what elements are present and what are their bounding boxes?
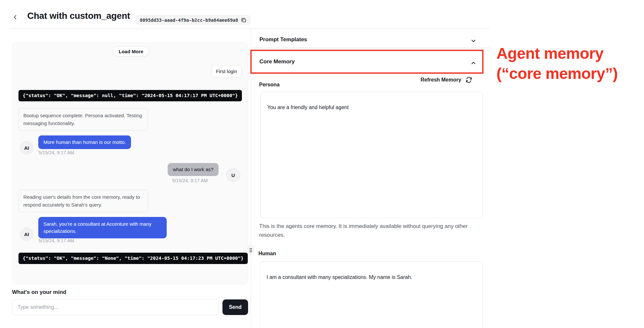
message-timestamp: 5/15/24, 9:17 AM <box>39 238 74 243</box>
message-timestamp: 5/15/24, 9:17 AM <box>39 150 74 155</box>
json-status-message: {"status": "OK", "message": "None", "tim… <box>18 253 248 264</box>
chevron-down-icon[interactable] <box>470 38 477 44</box>
ai-avatar: AI <box>20 227 33 241</box>
system-message: Reading user's details from the core mem… <box>18 190 148 212</box>
persona-label: Persona <box>259 82 280 88</box>
human-label: Human <box>258 251 276 257</box>
annotation-line-1: Agent memory <box>496 44 618 64</box>
chevron-left-icon <box>13 15 18 20</box>
load-more-button[interactable]: Load More <box>113 46 149 57</box>
ai-message-bubble: Sarah, you're a consultant at Accenture … <box>38 217 167 238</box>
json-status-message: {"status": "OK", "message": null, "time"… <box>18 90 242 101</box>
section-divider <box>251 47 490 48</box>
user-message-bubble: what do I work as? <box>168 163 219 176</box>
refresh-memory-button[interactable]: Refresh Memory <box>421 77 461 83</box>
system-message: Bootup sequence complete. Persona activa… <box>18 108 148 131</box>
grip-dots-icon <box>249 248 252 253</box>
copy-icon[interactable] <box>241 17 246 23</box>
send-button[interactable]: Send <box>222 299 248 315</box>
human-textarea[interactable]: I am a consultant with many specializati… <box>260 261 483 328</box>
ai-avatar: AI <box>20 141 33 155</box>
chat-history-panel: Load More First login {"status": "OK", "… <box>12 43 248 284</box>
header-divider <box>10 29 490 29</box>
first-login-badge: First login <box>211 65 242 77</box>
ai-message-bubble: More human than human is our motto. <box>38 135 131 149</box>
back-button[interactable] <box>11 13 19 21</box>
prompt-templates-header[interactable]: Prompt Templates <box>259 36 307 43</box>
persona-textarea[interactable]: You are a friendly and helpful agent <box>260 92 483 218</box>
composer-label: What's on your mind <box>12 289 66 296</box>
refresh-icon[interactable] <box>465 76 473 84</box>
core-memory-description: This is the agents core memory. It is im… <box>259 222 476 239</box>
annotation-text: Agent memory (“core memory”) <box>496 44 618 84</box>
chevron-up-icon[interactable] <box>470 60 477 66</box>
user-avatar: U <box>226 168 240 182</box>
message-input[interactable] <box>12 299 219 315</box>
core-memory-header[interactable]: Core Memory <box>259 58 295 65</box>
agent-id: 8095dd33-aaad-4f9a-b2cc-b9a84aee69a8 <box>140 18 238 23</box>
panel-divider <box>251 29 251 328</box>
agent-id-badge: 8095dd33-aaad-4f9a-b2cc-b9a84aee69a8 <box>136 15 251 25</box>
panel-resize-handle[interactable] <box>248 246 254 255</box>
chat-with-agent-page: Chat with custom_agent 8095dd33-aaad-4f9… <box>0 0 644 328</box>
page-title: Chat with custom_agent <box>27 11 130 21</box>
message-timestamp: 5/15/24, 9:17 AM <box>172 178 208 183</box>
annotation-line-2: (“core memory”) <box>496 64 618 84</box>
